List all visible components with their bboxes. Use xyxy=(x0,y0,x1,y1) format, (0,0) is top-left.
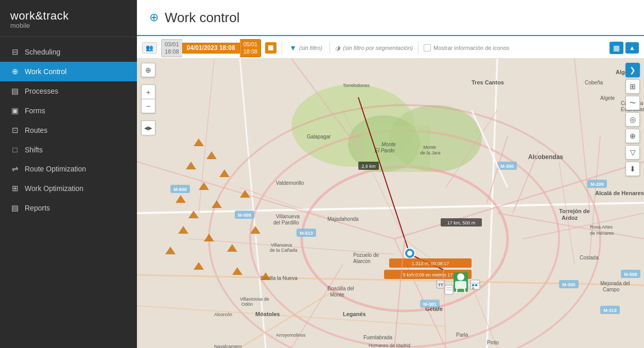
svg-text:Alcobendas: Alcobendas xyxy=(528,153,563,161)
sidebar-item-label: Reports xyxy=(25,204,50,212)
svg-text:Cobeña: Cobeña xyxy=(585,80,603,85)
filter-icon: ▼ xyxy=(289,44,297,52)
circle-tool-button[interactable]: ◎ xyxy=(625,112,640,127)
svg-text:del Pardillo: del Pardillo xyxy=(273,220,299,225)
sidebar-item-processes[interactable]: ▤ Processes xyxy=(0,81,137,101)
collapse-button[interactable]: ▲ xyxy=(625,42,639,54)
reports-icon: ▤ xyxy=(10,203,20,213)
filter-label: (sin filtro) xyxy=(299,45,322,51)
svg-text:Monte: Monte xyxy=(381,142,396,147)
people-filter-button[interactable]: 👥 xyxy=(142,42,157,54)
crosshair-button[interactable]: ⊕ xyxy=(141,63,155,77)
svg-rect-102 xyxy=(472,284,474,286)
sidebar: work&track mobile ⊟ Scheduling ⊕ Work Co… xyxy=(0,0,137,348)
sidebar-item-shifts[interactable]: □ Shifts xyxy=(0,140,137,159)
nav-arrows-button[interactable]: ◀▶ xyxy=(141,120,155,135)
svg-text:Coslada: Coslada xyxy=(580,255,599,260)
svg-rect-97 xyxy=(455,281,466,289)
separator-2 xyxy=(329,42,330,54)
zoom-controls: + − xyxy=(141,84,155,113)
svg-text:Alcorcón: Alcorcón xyxy=(214,312,232,317)
download-button[interactable]: ⬇ xyxy=(625,162,640,176)
icons-info[interactable]: Mostrar información de iconos xyxy=(424,44,509,51)
processes-icon: ▤ xyxy=(10,86,20,96)
svg-text:Alcalá de Henares: Alcalá de Henares xyxy=(595,190,644,196)
svg-text:Majadahonda: Majadahonda xyxy=(327,216,359,222)
icons-info-checkbox[interactable] xyxy=(424,44,431,51)
brand-subtitle: mobile xyxy=(10,22,127,29)
svg-text:Parla: Parla xyxy=(456,332,468,338)
separator xyxy=(282,42,282,54)
sidebar-item-route-optimization[interactable]: ⇌ Route Optimization xyxy=(0,159,137,179)
brand-name: work&track xyxy=(10,9,127,23)
sidebar-item-routes[interactable]: ⊡ Routes xyxy=(0,120,137,140)
sidebar-item-label: Forms xyxy=(25,107,45,115)
page-header: ⊕ Work control xyxy=(137,0,644,36)
svg-text:5 kxh:0:09 en metros 17: 5 kxh:0:09 en metros 17 xyxy=(403,272,453,277)
date-range-picker[interactable]: 03/01 18:08 04/01/2023 18:08 05/01 18:08 xyxy=(161,39,261,57)
nav-list: ⊟ Scheduling ⊕ Work Control ▤ Processes … xyxy=(0,37,137,348)
segment-filter: ◑ (sin filtro por segmentación) xyxy=(335,45,413,51)
sidebar-item-reports[interactable]: ▤ Reports xyxy=(0,198,137,218)
sidebar-item-label: Shifts xyxy=(25,146,43,154)
svg-text:Algete: Algete xyxy=(600,95,615,101)
sidebar-item-label: Work Optimization xyxy=(25,184,83,193)
sidebar-item-forms[interactable]: ▣ Forms xyxy=(0,101,137,120)
nav-controls: ◀▶ xyxy=(141,120,155,135)
collapse-right-button[interactable]: ❯ xyxy=(625,63,640,77)
sidebar-item-work-optimization[interactable]: ⊞ Work Optimization xyxy=(0,179,137,198)
page-header-icon: ⊕ xyxy=(149,11,159,24)
toolbar-right: ▦ ▲ xyxy=(610,42,639,54)
stop-button[interactable] xyxy=(265,42,276,54)
svg-text:Villaviciosa de: Villaviciosa de xyxy=(240,297,269,302)
work-control-icon: ⊕ xyxy=(10,67,20,76)
svg-rect-103 xyxy=(475,284,477,286)
zoom-out-button[interactable]: − xyxy=(141,99,155,113)
map-container[interactable]: M-600 M-599 M-513 M-300 Tres Cantos Alco… xyxy=(137,59,644,348)
icons-info-label: Mostrar información de iconos xyxy=(433,45,509,51)
svg-text:1.313 m, 00:08:17: 1.313 m, 00:08:17 xyxy=(412,261,449,266)
app-logo: work&track mobile xyxy=(0,0,137,37)
svg-text:M-209: M-209 xyxy=(590,182,604,187)
svg-text:Alarcón: Alarcón xyxy=(353,258,371,264)
sidebar-item-work-control[interactable]: ⊕ Work Control xyxy=(0,62,137,81)
svg-text:Villanueva: Villanueva xyxy=(271,242,292,248)
filter-button[interactable]: ▼ (sin filtro) xyxy=(287,43,324,53)
sidebar-item-label: Scheduling xyxy=(25,48,60,56)
main-content: ⊕ Work control 👥 03/01 18:08 04/01/2023 … xyxy=(137,0,644,348)
svg-text:M-513: M-513 xyxy=(300,231,313,236)
svg-text:M-300: M-300 xyxy=(562,282,576,287)
brand-text: work&track xyxy=(10,9,69,22)
svg-text:Arroyomolinos: Arroyomolinos xyxy=(276,333,306,338)
triangle-tool-button[interactable]: ▽ xyxy=(625,145,640,160)
svg-text:2,6 km: 2,6 km xyxy=(361,164,375,169)
center-map-button[interactable]: ⊕ xyxy=(625,129,640,143)
svg-text:17 km, 500 m: 17 km, 500 m xyxy=(447,220,476,225)
shifts-icon: □ xyxy=(10,145,20,154)
people-icon: 👥 xyxy=(146,44,153,51)
sidebar-item-scheduling[interactable]: ⊟ Scheduling xyxy=(0,42,137,62)
squiggle-button[interactable]: 〜 xyxy=(625,96,640,110)
svg-text:M-313: M-313 xyxy=(603,308,617,313)
layers-button[interactable]: ⊞ xyxy=(625,79,640,94)
svg-text:Leganés: Leganés xyxy=(343,311,366,317)
routes-icon: ⊡ xyxy=(10,126,20,135)
svg-text:Pinto: Pinto xyxy=(487,340,499,345)
svg-text:M-506: M-506 xyxy=(624,272,637,277)
sidebar-item-label: Route Optimization xyxy=(25,165,86,173)
up-icon: ▲ xyxy=(629,44,635,51)
svg-text:M-599: M-599 xyxy=(238,213,251,218)
svg-text:Torrelodones: Torrelodones xyxy=(343,83,370,88)
date-end: 05/01 18:08 xyxy=(240,39,262,57)
svg-text:Humanes de Madrid: Humanes de Madrid xyxy=(369,343,410,348)
svg-text:Móstoles: Móstoles xyxy=(255,311,280,317)
svg-text:TT: TT xyxy=(438,283,443,287)
grid-view-button[interactable]: ▦ xyxy=(610,42,623,54)
page-title: Work control xyxy=(165,10,239,26)
zoom-in-button[interactable]: + xyxy=(141,84,155,99)
map-toolbar: 👥 03/01 18:08 04/01/2023 18:08 05/01 18:… xyxy=(137,36,644,59)
map-svg: M-600 M-599 M-513 M-300 Tres Cantos Alco… xyxy=(137,59,644,348)
segment-icon: ◑ xyxy=(335,45,340,51)
separator-3 xyxy=(418,42,419,54)
svg-text:de la Jara: de la Jara xyxy=(420,150,441,155)
